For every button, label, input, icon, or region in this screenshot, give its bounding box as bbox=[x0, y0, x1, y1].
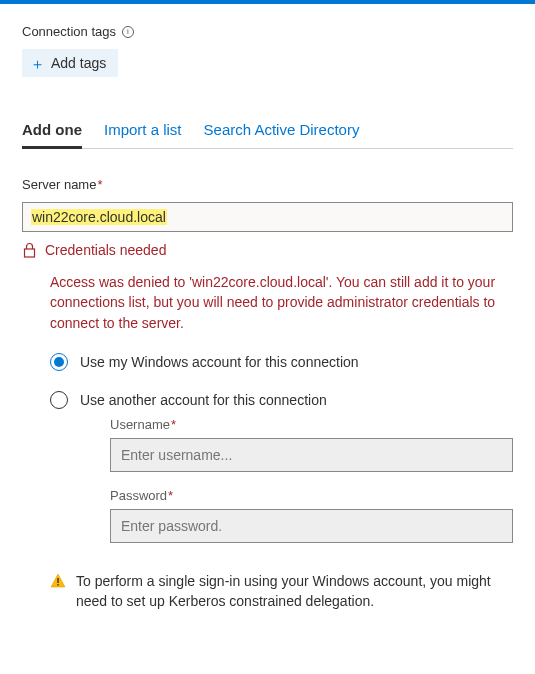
password-label: Password* bbox=[110, 488, 513, 503]
add-tags-label: Add tags bbox=[51, 55, 106, 71]
other-account-fields: Username* Password* bbox=[110, 417, 513, 543]
kerberos-warning-text: To perform a single sign-in using your W… bbox=[76, 571, 513, 612]
radio-use-another-account[interactable]: Use another account for this connection bbox=[50, 391, 513, 409]
server-name-value: win22core.cloud.local bbox=[31, 209, 167, 225]
server-name-label: Server name* bbox=[22, 177, 513, 192]
kerberos-warning: To perform a single sign-in using your W… bbox=[50, 571, 513, 612]
lock-icon bbox=[22, 242, 37, 258]
credentials-needed-title: Credentials needed bbox=[45, 242, 166, 258]
svg-rect-0 bbox=[25, 249, 35, 257]
svg-rect-2 bbox=[57, 584, 58, 586]
connection-tags-label-row: Connection tags i bbox=[22, 24, 513, 39]
credentials-needed-body: Access was denied to 'win22core.cloud.lo… bbox=[50, 272, 513, 333]
svg-rect-1 bbox=[57, 578, 58, 583]
tab-add-one[interactable]: Add one bbox=[22, 115, 82, 148]
info-icon[interactable]: i bbox=[122, 26, 134, 38]
radio-button-icon bbox=[50, 353, 68, 371]
tab-search-active-directory[interactable]: Search Active Directory bbox=[204, 115, 360, 148]
credentials-needed-row: Credentials needed bbox=[22, 242, 513, 258]
tab-import-list[interactable]: Import a list bbox=[104, 115, 182, 148]
radio-use-windows-account[interactable]: Use my Windows account for this connecti… bbox=[50, 353, 513, 371]
add-connection-panel: Connection tags i ＋ Add tags Add one Imp… bbox=[0, 4, 535, 641]
server-name-input[interactable]: win22core.cloud.local bbox=[22, 202, 513, 232]
radio-use-windows-label: Use my Windows account for this connecti… bbox=[80, 354, 359, 370]
username-input[interactable] bbox=[110, 438, 513, 472]
plus-icon: ＋ bbox=[30, 56, 45, 71]
tab-bar: Add one Import a list Search Active Dire… bbox=[22, 115, 513, 149]
radio-button-icon bbox=[50, 391, 68, 409]
add-tags-button[interactable]: ＋ Add tags bbox=[22, 49, 118, 77]
warning-icon bbox=[50, 573, 66, 612]
radio-use-other-label: Use another account for this connection bbox=[80, 392, 327, 408]
connection-tags-label: Connection tags bbox=[22, 24, 116, 39]
required-asterisk: * bbox=[97, 177, 102, 192]
username-label: Username* bbox=[110, 417, 513, 432]
auth-radio-group: Use my Windows account for this connecti… bbox=[50, 353, 513, 543]
password-input[interactable] bbox=[110, 509, 513, 543]
